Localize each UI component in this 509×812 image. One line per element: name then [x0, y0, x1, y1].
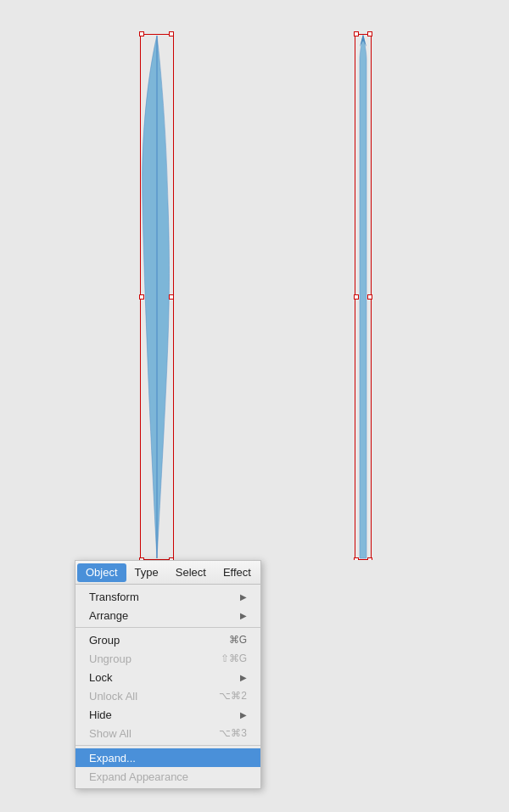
context-menu: Object Type Select Effect Transform ▶ Ar… [75, 560, 261, 789]
menu-select[interactable]: Select [167, 563, 215, 582]
handle-r-ml[interactable] [354, 294, 359, 300]
menu-effect[interactable]: Effect [215, 563, 260, 582]
handle-r-tl[interactable] [354, 31, 359, 36]
menu-item-expand[interactable]: Expand... [76, 748, 260, 767]
handle-tl[interactable] [139, 31, 144, 36]
menu-item-hide[interactable]: Hide ▶ [76, 705, 260, 724]
handle-r-tr[interactable] [367, 31, 372, 36]
menu-item-arrange[interactable]: Arrange ▶ [76, 606, 260, 624]
menu-bar-top: Object Type Select Effect [76, 561, 260, 585]
menu-object[interactable]: Object [77, 563, 126, 582]
menu-item-unlock-all[interactable]: Unlock All ⌥⌘2 [76, 686, 260, 705]
menu-item-transform[interactable]: Transform ▶ [76, 587, 260, 606]
shape-right [348, 34, 378, 560]
shape-left [136, 34, 178, 560]
menu-item-expand-appearance[interactable]: Expand Appearance [76, 767, 260, 786]
menu-section-1: Transform ▶ Arrange ▶ [76, 585, 260, 628]
handle-ml[interactable] [139, 294, 144, 300]
canvas-area [0, 0, 509, 560]
menu-section-2: Group ⌘G Ungroup ⇧⌘G Lock ▶ Unlock All ⌥… [76, 628, 260, 746]
handle-mr[interactable] [169, 294, 174, 300]
menu-item-group[interactable]: Group ⌘G [76, 630, 260, 649]
menu-item-ungroup[interactable]: Ungroup ⇧⌘G [76, 649, 260, 668]
menu-section-3: Expand... Expand Appearance [76, 746, 260, 788]
handle-tr[interactable] [169, 31, 174, 36]
menu-item-lock[interactable]: Lock ▶ [76, 668, 260, 686]
menu-type[interactable]: Type [126, 563, 167, 582]
handle-r-mr[interactable] [367, 294, 372, 300]
menu-item-show-all[interactable]: Show All ⌥⌘3 [76, 724, 260, 742]
